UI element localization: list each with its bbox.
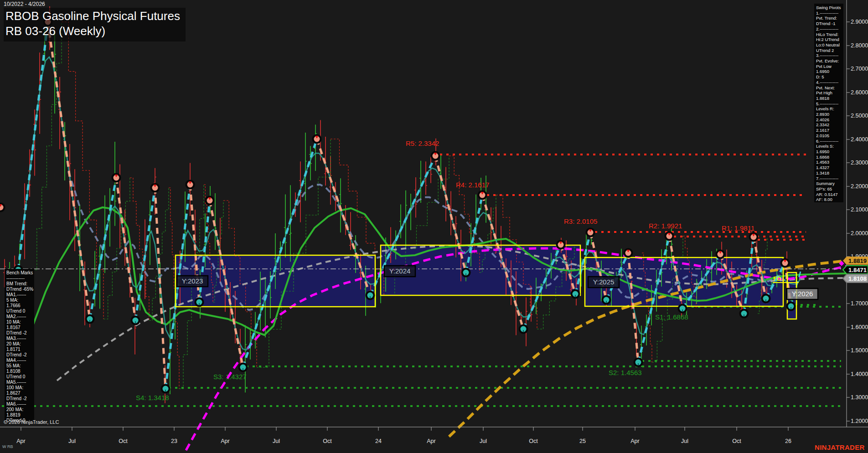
fd-marker-label: FD — [773, 275, 781, 282]
support-label-s2: S2: 1.4563 — [609, 369, 642, 376]
resistance-label-r1: R1: 1.9811 — [722, 224, 754, 232]
price-axis-label: 1.6000 — [851, 324, 868, 330]
year-label: Y:2023 — [182, 277, 203, 285]
time-axis-label: Oct — [732, 438, 741, 444]
swing-pivots-line: 2.------------- — [816, 26, 842, 32]
price-axis-label: 2.0000 — [851, 230, 868, 237]
bench-marks-line: DTrend -65% — [6, 287, 32, 292]
price-axis-label: 2.4000 — [851, 136, 868, 143]
time-axis-label: Jul — [681, 438, 688, 444]
trail-steps-up — [257, 139, 331, 367]
swing-pivots-line: UTrend 2 — [816, 48, 842, 53]
swing-pivots-line: Pvt Low — [816, 64, 842, 69]
bench-marks-line: 100 MA: — [6, 385, 32, 391]
series-interval-label: W RB — [2, 444, 13, 449]
time-axis-label: Jul — [68, 438, 76, 444]
price-axis-label: 2.1000 — [851, 206, 868, 213]
price-axis-label: 1.2000 — [851, 418, 868, 424]
resistance-label-r3: R3: 2.0105 — [564, 217, 597, 225]
bench-marks-line: 5 MA: — [6, 298, 32, 303]
resistance-label-r4: R4: 2.1617 — [456, 181, 489, 189]
price-tag-value: 1.8108 — [848, 275, 867, 282]
chart-title: RBOB Gasoline Physical Futures RB 03-26 … — [4, 8, 186, 41]
bench-marks-line: 55 MA: — [6, 363, 32, 369]
swing-pivots-line: 1.4327 — [816, 165, 842, 170]
zigzag-down-segment — [116, 178, 135, 320]
swing-pivots-line: DTrend -1 — [816, 21, 842, 26]
swing-pivots-line: 2.3342 — [816, 122, 842, 128]
time-axis-label: Oct — [119, 438, 128, 444]
swing-pivots-panel: Swing Pivots1.-------------Pvt. Trend:DT… — [814, 4, 843, 202]
bench-marks-panel: Bench Marks------------BM Trend:DTrend -… — [5, 269, 34, 422]
ninjatrader-chart-window: S1: 1.6868S2: 1.4563S3: 1.4327S4: 1.3418… — [0, 0, 868, 453]
price-tag-value: 1.8819 — [848, 257, 867, 264]
resistance-label-r2: R2: 1.9921 — [649, 222, 682, 230]
bench-marks-line: ------------ — [6, 276, 32, 281]
bench-marks-line: 1.8108 — [6, 369, 32, 374]
bench-marks-line: 1.8819 — [6, 412, 32, 418]
swing-pivots-line: 1.6950 — [816, 149, 842, 154]
swing-pivots-line: D: 5 — [816, 74, 842, 80]
time-axis-label: 24 — [375, 438, 382, 444]
bench-marks-line: MA6.------ — [6, 402, 32, 407]
support-label-s1: S1: 1.6868 — [655, 313, 688, 321]
bench-marks-line: 20 MA: — [6, 341, 32, 347]
time-axis-label: Apr — [221, 438, 229, 444]
support-label-s4: S4: 1.3418 — [136, 394, 169, 402]
price-axis-label: 1.7000 — [851, 300, 868, 307]
bench-marks-line: DTrend -2 — [6, 396, 32, 402]
swing-pivots-line: AR: 0.5147 — [816, 192, 842, 197]
bench-marks-line: UTrend 0 — [6, 374, 32, 380]
bench-marks-line: BM Trend: — [6, 281, 32, 287]
time-axis-label: Oct — [323, 438, 332, 444]
candles — [3, 6, 798, 403]
bench-marks-line: Bench Marks — [6, 270, 32, 276]
swing-pivots-line: 3.------------- — [816, 53, 842, 58]
bench-marks-line: MA1.------ — [6, 292, 32, 298]
bench-marks-line: MA4.------ — [6, 358, 32, 363]
time-axis-label: 23 — [171, 438, 177, 444]
year-label: Y:2024 — [389, 267, 411, 275]
bench-marks-line: 200 MA: — [6, 407, 32, 412]
ninjatrader-logo: NINJATRADER — [815, 443, 865, 451]
price-axis-label: 2.7000 — [851, 66, 868, 72]
swing-pivots-line: 4.------------- — [816, 80, 842, 85]
swing-pivots-line: SP's: 65 — [816, 186, 842, 192]
time-axis-label: Jul — [273, 438, 280, 444]
bench-marks-line: DTrend -2 — [6, 330, 32, 336]
zigzag-down-segment — [155, 188, 165, 389]
resistance-label-r5: R5: 2.3342 — [406, 139, 439, 147]
bench-marks-line: MA3.------ — [6, 336, 32, 341]
year-label: Y:2026 — [792, 290, 813, 298]
swing-pivots-line: Lo:0 Neutral — [816, 42, 842, 48]
swing-pivots-line: 6.------------- — [816, 139, 842, 144]
swing-pivots-line: 2.8930 — [816, 112, 842, 117]
swing-pivots-line: Swing Pivots — [816, 5, 842, 10]
chart-canvas[interactable]: S1: 1.6868S2: 1.4563S3: 1.4327S4: 1.3418… — [0, 0, 868, 453]
bench-marks-line: 10 MA: — [6, 319, 32, 325]
swing-pivots-line: HiLo Trend: — [816, 32, 842, 37]
time-axis-label: Jul — [480, 438, 487, 444]
price-axis-label: 1.4000 — [851, 371, 868, 377]
bench-marks-line: 1.7666 — [6, 303, 32, 309]
swing-pivots-line: 1.6950 — [816, 69, 842, 74]
swing-pivots-line: 2.1617 — [816, 128, 842, 133]
time-axis-label: Apr — [427, 438, 435, 444]
swing-pivots-line: Pvt. Evolve: — [816, 58, 842, 64]
price-tag-value: 1.8471 — [848, 267, 867, 273]
price-axis[interactable] — [847, 22, 850, 421]
time-axis-label: 25 — [579, 438, 586, 444]
copyright-label: © 2026 NinjaTrader, LLC — [4, 419, 59, 425]
price-axis-label: 2.2000 — [851, 183, 868, 190]
time-axis-label: Apr — [630, 438, 639, 444]
title-line-1: RBOB Gasoline Physical Futures — [5, 9, 180, 24]
bench-marks-line: DTrend -2 — [6, 352, 32, 358]
swing-pivots-line: 2.4026 — [816, 117, 842, 123]
swing-pivots-line: 2.0105 — [816, 133, 842, 139]
swing-pivots-line: 1.6868 — [816, 154, 842, 160]
bench-marks-line: 1.8171 — [6, 347, 32, 352]
time-axis[interactable] — [21, 427, 788, 431]
price-axis-label: 2.8000 — [851, 42, 868, 49]
swing-pivots-line: Levels R: — [816, 106, 842, 112]
bench-marks-line: MA5.------ — [6, 380, 32, 385]
